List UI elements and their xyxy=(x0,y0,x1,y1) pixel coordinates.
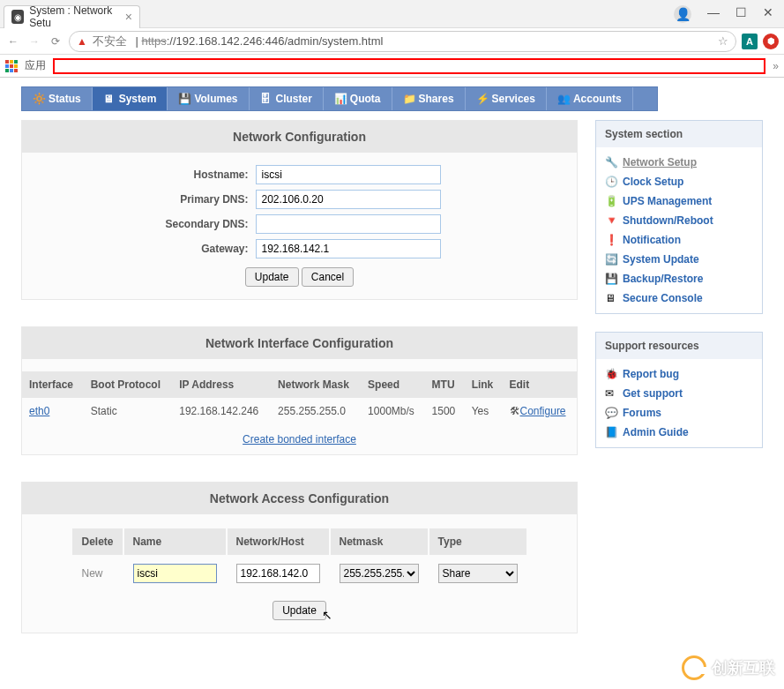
cancel-button[interactable]: Cancel xyxy=(302,267,354,287)
apps-label[interactable]: 应用 xyxy=(25,58,46,73)
col-nethost: Network/Host xyxy=(228,528,329,555)
sidebar-item-backup[interactable]: 💾Backup/Restore xyxy=(596,269,762,288)
terminal-icon: 🖥 xyxy=(605,292,617,304)
nac-nethost-input[interactable] xyxy=(236,564,320,583)
sidebar-link[interactable]: Clock Setup xyxy=(623,176,683,188)
sidebar-link[interactable]: Network Setup xyxy=(623,156,697,169)
sidebar-item-shutdown[interactable]: 🔻Shutdown/Reboot xyxy=(596,211,762,230)
tab-cluster[interactable]: 🗄Cluster xyxy=(250,87,324,110)
support-item-admin-guide[interactable]: 📘Admin Guide xyxy=(596,423,762,442)
primary-dns-label: Primary DNS: xyxy=(159,193,256,206)
highlight-annotation xyxy=(53,58,765,74)
insecure-label: 不安全 xyxy=(93,34,127,49)
gateway-input[interactable] xyxy=(256,239,441,258)
extension-a-badge[interactable]: A xyxy=(742,34,758,49)
cell-mask: 255.255.255.0 xyxy=(271,398,361,424)
create-bonded-link[interactable]: Create bonded interface xyxy=(243,433,356,446)
tab-system[interactable]: 🖥System xyxy=(93,87,168,110)
nac-name-input[interactable] xyxy=(133,564,217,583)
sidebar-item-clock-setup[interactable]: 🕒Clock Setup xyxy=(596,172,762,191)
sidebar-item-notification[interactable]: ❗Notification xyxy=(596,230,762,250)
sidebar-link[interactable]: Report bug xyxy=(623,368,679,380)
maximize-button[interactable]: ☐ xyxy=(735,5,747,23)
nac-update-button[interactable]: Update xyxy=(273,601,326,620)
hostname-input[interactable] xyxy=(256,165,441,184)
sidebar-link[interactable]: Backup/Restore xyxy=(623,273,703,285)
nac-type-select[interactable]: Share xyxy=(438,564,518,583)
secondary-dns-input[interactable] xyxy=(256,214,441,234)
sidebar-item-network-setup[interactable]: 🔧Network Setup xyxy=(596,153,762,172)
status-icon: 🔆 xyxy=(33,93,45,105)
interface-link[interactable]: eth0 xyxy=(29,405,49,417)
panel-title: Network Interface Configuration xyxy=(22,327,577,359)
sidebar-item-system-update[interactable]: 🔄System Update xyxy=(596,250,762,269)
table-row: eth0 Static 192.168.142.246 255.255.255.… xyxy=(22,398,577,424)
apps-icon[interactable] xyxy=(5,60,18,72)
sidebar-link[interactable]: Forums xyxy=(623,407,661,419)
tab-label: Shares xyxy=(419,93,454,105)
sidebar-item-secure-console[interactable]: 🖥Secure Console xyxy=(596,288,762,308)
tab-title: System : Network Setu xyxy=(29,4,125,29)
col-mask: Network Mask xyxy=(271,371,361,398)
minimize-button[interactable]: — xyxy=(707,5,720,23)
sidebar-link[interactable]: Admin Guide xyxy=(623,426,689,438)
bookmark-overflow-icon[interactable]: » xyxy=(773,60,779,72)
update-button[interactable]: Update xyxy=(245,267,299,287)
browser-tabstrip: ◉ System : Network Setu × 👤 — ☐ ✕ xyxy=(0,0,784,28)
system-section-box: System section 🔧Network Setup 🕒Clock Set… xyxy=(595,120,763,314)
nac-netmask-select[interactable]: 255.255.255.0 xyxy=(340,564,419,583)
accounts-icon: 👥 xyxy=(557,93,570,105)
chat-icon: 💬 xyxy=(605,407,617,419)
col-ip: IP Address xyxy=(172,371,271,398)
close-window-button[interactable]: ✕ xyxy=(763,5,773,23)
panel-title: Network Access Configuration xyxy=(22,483,577,514)
support-item-report-bug[interactable]: 🐞Report bug xyxy=(596,364,762,384)
tab-accounts[interactable]: 👥Accounts xyxy=(547,87,633,110)
sidebar-item-ups[interactable]: 🔋UPS Management xyxy=(596,191,762,211)
tab-label: Services xyxy=(492,93,535,105)
table-header-row: Delete Name Network/Host Netmask Type xyxy=(72,528,526,555)
cell-new: New xyxy=(72,557,122,590)
sidebar-link[interactable]: Notification xyxy=(623,234,681,246)
col-boot: Boot Protocol xyxy=(84,371,173,398)
support-item-forums[interactable]: 💬Forums xyxy=(596,403,762,423)
col-netmask: Netmask xyxy=(331,528,428,555)
sidebar-link[interactable]: Get support xyxy=(623,387,683,400)
tab-volumes[interactable]: 💾Volumes xyxy=(168,87,249,110)
clock-icon: 🕒 xyxy=(605,176,617,188)
reload-button[interactable]: ⟳ xyxy=(48,34,63,49)
sidebar-link[interactable]: Shutdown/Reboot xyxy=(623,214,713,227)
tab-status[interactable]: 🔆Status xyxy=(22,87,93,110)
sidebar-link[interactable]: System Update xyxy=(623,253,699,266)
tab-close-icon[interactable]: × xyxy=(125,10,132,24)
cursor-icon: ↖ xyxy=(322,608,332,622)
tab-services[interactable]: ⚡Services xyxy=(466,87,547,110)
tab-shares[interactable]: 📁Shares xyxy=(392,87,466,110)
user-avatar-icon[interactable]: 👤 xyxy=(674,5,691,23)
url-input[interactable]: ▲ 不安全 | https ://192.168.142.246:446/adm… xyxy=(69,31,736,52)
gateway-label: Gateway: xyxy=(159,243,256,255)
extension-abp-icon[interactable]: ⬢ xyxy=(763,34,779,49)
wrench-icon: 🔧 xyxy=(605,156,617,169)
nic-panel: Network Interface Configuration Interfac… xyxy=(21,326,578,455)
cluster-icon: 🗄 xyxy=(260,93,273,105)
primary-dns-input[interactable] xyxy=(256,190,441,209)
power-icon: 🔻 xyxy=(605,214,617,227)
tab-label: System xyxy=(119,93,157,105)
url-text: ://192.168.142.246:446/admin/system.html xyxy=(167,34,384,48)
col-mtu: MTU xyxy=(425,371,465,398)
support-item-get-support[interactable]: ✉Get support xyxy=(596,384,762,403)
sidebar-link[interactable]: Secure Console xyxy=(623,292,703,304)
battery-icon: 🔋 xyxy=(605,195,617,207)
col-type: Type xyxy=(429,528,526,555)
cell-boot: Static xyxy=(84,398,173,424)
sidebar-link[interactable]: UPS Management xyxy=(623,195,712,207)
configure-icon: 🛠 xyxy=(510,405,520,417)
configure-link[interactable]: Configure xyxy=(520,405,566,417)
tab-quota[interactable]: 📊Quota xyxy=(324,87,392,110)
nac-table: Delete Name Network/Host Netmask Type Ne… xyxy=(71,527,527,592)
back-button[interactable]: ← xyxy=(5,34,21,49)
cell-ip: 192.168.142.246 xyxy=(172,398,271,424)
browser-tab[interactable]: ◉ System : Network Setu × xyxy=(4,5,140,28)
bookmark-star-icon[interactable]: ☆ xyxy=(718,34,728,48)
